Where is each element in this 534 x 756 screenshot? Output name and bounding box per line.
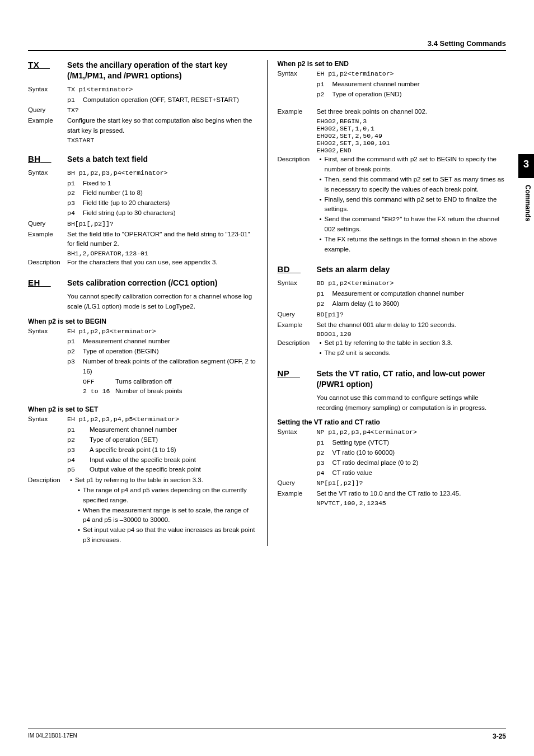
param-val: Input value of the specific break point [90, 455, 257, 465]
query-code: BD[p1]? [317, 310, 507, 320]
example-row: Example Configure the start key so that … [28, 116, 257, 136]
label-example: Example [278, 320, 317, 330]
param-key: p4 [67, 208, 83, 218]
option-key: OFF [83, 377, 115, 387]
example-text: Set three break points on channel 002. [317, 107, 507, 117]
cmd-np-header: NP Sets the VT ratio, CT ratio, and low-… [278, 368, 507, 390]
param-val: Computation operation (OFF, START, RESET… [83, 95, 257, 105]
option-text: Number of break points [115, 386, 257, 396]
label-syntax: Syntax [278, 427, 317, 437]
param-key: p1 [67, 425, 90, 435]
bullet-dot-icon: • [317, 235, 325, 255]
intro-text: You cannot specify calibration correctio… [67, 292, 257, 312]
subhead-begin: When p2 is set to BEGIN [28, 318, 257, 325]
cmd-code: TX [28, 60, 67, 69]
label-example: Example [278, 489, 317, 499]
param-val: CT ratio decimal place (0 to 2) [332, 458, 507, 468]
example-code: EH002,SET,1,0,1 [278, 125, 507, 132]
cmd-eh-header: EH Sets calibration correction (/CC1 opt… [28, 278, 257, 288]
section-header: 3.4 Setting Commands [28, 39, 506, 51]
page-footer: IM 04L21B01-17EN 3-25 [28, 729, 506, 740]
param-key: p1 [67, 95, 83, 105]
cmd-bh-header: BH Sets a batch text field [28, 154, 257, 165]
param-val: Setting type (VTCT) [332, 438, 507, 448]
label-query: Query [278, 310, 317, 320]
bullet: •Set input value p4 so that the value in… [67, 525, 257, 545]
bullet-dot-icon: • [317, 214, 325, 235]
syntax-row: Syntax NP p1,p2,p3,p4<terminator> [278, 427, 507, 437]
param-val: Measurement or computation channel numbe… [332, 289, 507, 299]
inline-code: EH2? [385, 216, 400, 223]
bullet-dot-icon: • [75, 486, 83, 506]
syntax-row: Syntax BH p1,p2,p3,p4<terminator> [28, 168, 257, 178]
chapter-label: Commands [524, 185, 532, 221]
subhead-end: When p2 is set to END [278, 60, 507, 68]
param-key: p1 [317, 289, 332, 299]
label-syntax: Syntax [278, 278, 317, 288]
param-key: p2 [317, 448, 332, 458]
chapter-tab: 3 [518, 154, 534, 178]
label-syntax: Syntax [28, 414, 67, 424]
param-key: p2 [67, 435, 90, 445]
example-code: EH002,SET,3,100,101 [278, 139, 507, 147]
label-description: Description [28, 475, 67, 545]
param-val: CT ratio value [332, 468, 507, 478]
param-key: p1 [67, 179, 83, 189]
param-val: VT ratio (10 to 60000) [332, 448, 507, 458]
syntax-code: EH p1,p2<terminator> [317, 69, 507, 79]
cmd-bd-header: BD Sets an alarm delay [278, 264, 507, 275]
bullet-text: The p2 unit is seconds. [325, 348, 507, 358]
cmd-title: Sets the VT ratio, CT ratio, and low-cut… [317, 368, 507, 390]
label-syntax: Syntax [28, 168, 67, 178]
param-row: p4Field string (up to 30 characters) [28, 208, 257, 218]
param-val: Type of operation (SET) [90, 435, 257, 445]
param-row: p1Fixed to 1 [28, 179, 257, 189]
bullet-dot-icon: • [75, 525, 83, 545]
param-key: p1 [317, 438, 332, 448]
param-val: Number of break points of the calibratio… [83, 357, 257, 377]
param-row: p2VT ratio (10 to 60000) [278, 448, 507, 458]
param-key: p1 [67, 337, 83, 347]
bullet-dot-icon: • [317, 195, 325, 215]
param-row: p4Input value of the specific break poin… [28, 455, 257, 465]
param-row: p2Type of operation (BEGIN) [28, 347, 257, 357]
param-row: p2Type of operation (SET) [28, 435, 257, 445]
left-column: TX Sets the ancillary operation of the s… [28, 60, 267, 546]
param-row: p1Setting type (VTCT) [278, 438, 507, 448]
syntax-code: NP p1,p2,p3,p4<terminator> [317, 427, 507, 437]
example-row: Example Set the VT ratio to 10.0 and the… [278, 489, 507, 499]
desc-row: Description •Set p1 by referring to the … [278, 338, 507, 358]
param-row: p3CT ratio decimal place (0 to 2) [278, 458, 507, 468]
subhead-vtct: Setting the VT ratio and CT ratio [278, 418, 507, 426]
desc-bullets: •Set p1 by referring to the table in sec… [317, 338, 507, 358]
param-row: p1Measurement channel number [28, 337, 257, 347]
bullet-dot-icon: • [75, 506, 83, 526]
example-row: Example Set three break points on channe… [278, 107, 507, 117]
syntax-code: TX p1<terminator> [67, 85, 257, 95]
param-key: p2 [67, 188, 83, 198]
param-row: p5Output value of the specific break poi… [28, 465, 257, 475]
example-code: EH002,SET,2,50,49 [278, 132, 507, 139]
bullet: •First, send the command with p2 set to … [317, 155, 507, 175]
desc-bullets: •First, send the command with p2 set to … [317, 155, 507, 254]
cmd-title: Sets an alarm delay [317, 264, 390, 275]
label-query: Query [28, 105, 67, 115]
param-row: p4CT ratio value [278, 468, 507, 478]
example-text: Set the VT ratio to 10.0 and the CT rati… [317, 489, 507, 499]
param-row: p3Number of break points of the calibrat… [28, 357, 257, 377]
bullet: •When the measurement range is set to sc… [67, 506, 257, 526]
label-example: Example [278, 107, 317, 117]
bullet-text: When the measurement range is set to sca… [83, 506, 257, 526]
label-query: Query [28, 219, 67, 229]
example-code: EH002,BEGIN,3 [278, 118, 507, 125]
example-row: Example Set the channel 001 alarm delay … [278, 320, 507, 330]
bullet: •Then, send this command with p2 set to … [317, 175, 507, 195]
example-row: Example Set the field title to "OPERATOR… [28, 230, 257, 250]
option-key: 2 to 16 [83, 386, 115, 396]
label-example: Example [28, 230, 67, 250]
param-val: Field string (up to 30 characters) [83, 208, 257, 218]
query-row: Query NP[p1[,p2]]? [278, 478, 507, 488]
option-rows: OFFTurns calibration off 2 to 16Number o… [28, 377, 257, 397]
content-columns: TX Sets the ancillary operation of the s… [28, 60, 506, 546]
label-syntax: Syntax [28, 85, 67, 95]
